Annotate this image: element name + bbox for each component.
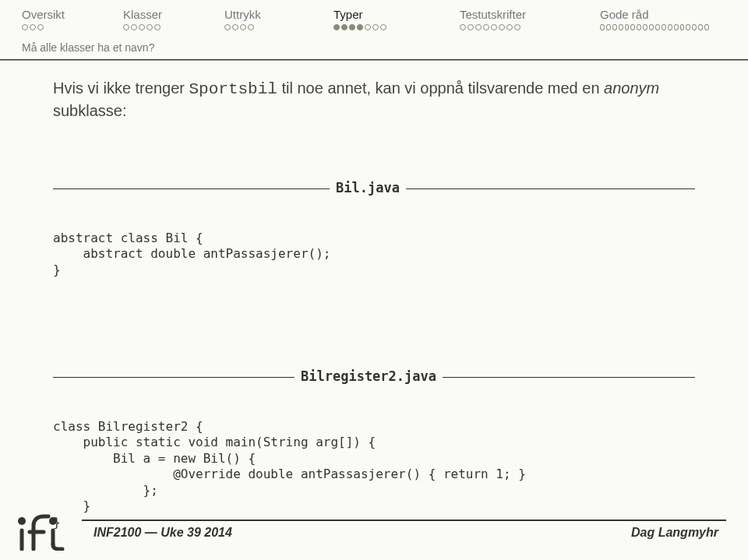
intro-mono: Sportsbil xyxy=(189,80,277,98)
top-nav: OversiktKlasserUttrykkTyperTestutskrifte… xyxy=(0,0,748,30)
intro-part-1: Hvis vi ikke trenger xyxy=(53,79,189,97)
progress-dot xyxy=(606,24,611,30)
nav-item-test[interactable]: Testutskrifter xyxy=(460,8,592,30)
progress-dot xyxy=(637,24,641,30)
footer-right: Dag Langmyhr xyxy=(631,526,718,540)
ifi-logo-icon xyxy=(14,513,75,551)
code-title-row: Bil.java xyxy=(53,180,695,197)
progress-dot xyxy=(30,24,36,30)
progress-dot xyxy=(619,24,623,30)
progress-dot xyxy=(491,24,497,30)
progress-dot xyxy=(22,24,28,30)
footer-text: INF2100 — Uke 39 2014 Dag Langmyhr xyxy=(94,526,718,540)
nav-progress-dots xyxy=(224,24,326,30)
code-block-bil: Bil.java abstract class Bil { abstract d… xyxy=(53,148,695,310)
nav-label: Klasser xyxy=(123,8,217,21)
nav-label: Typer xyxy=(333,8,452,21)
progress-dot xyxy=(131,24,137,30)
progress-dot xyxy=(341,24,348,30)
footer-left: INF2100 — Uke 39 2014 xyxy=(94,526,232,540)
nav-progress-dots xyxy=(123,24,217,30)
progress-dot xyxy=(692,24,697,30)
frame-subtitle: Må alle klasser ha et navn? xyxy=(0,30,748,58)
nav-label: Testutskrifter xyxy=(460,8,592,21)
intro-part-2: til noe annet, kan vi oppnå tilsvarende … xyxy=(277,79,604,97)
nav-progress-dots xyxy=(460,24,592,30)
progress-dot xyxy=(37,24,44,30)
progress-dot xyxy=(600,24,605,30)
progress-dot xyxy=(146,24,153,30)
progress-dot xyxy=(240,24,246,30)
progress-dot xyxy=(680,24,685,30)
progress-dot xyxy=(662,24,666,30)
progress-dot xyxy=(625,24,630,30)
code-title-row: Bilregister2.java xyxy=(53,368,695,386)
progress-dot xyxy=(668,24,672,30)
progress-dot xyxy=(460,24,466,30)
progress-dot xyxy=(514,24,520,30)
svg-point-0 xyxy=(18,517,26,525)
progress-dot xyxy=(372,24,379,30)
progress-dot xyxy=(224,24,231,30)
code-filename: Bil.java xyxy=(330,180,406,197)
progress-dot xyxy=(655,24,660,30)
progress-dot xyxy=(365,24,371,30)
nav-item-uttrykk[interactable]: Uttrykk xyxy=(224,8,326,30)
intro-part-3: subklasse: xyxy=(53,102,127,119)
progress-dot xyxy=(232,24,238,30)
progress-dot xyxy=(698,24,703,30)
progress-dot xyxy=(248,24,254,30)
progress-dot xyxy=(475,24,482,30)
code-body: abstract class Bil { abstract double ant… xyxy=(53,229,695,278)
progress-dot xyxy=(139,24,145,30)
rule-left xyxy=(53,188,330,189)
intro-text: Hvis vi ikke trenger Sportsbil til noe a… xyxy=(53,78,695,122)
progress-dot xyxy=(380,24,386,30)
progress-dot xyxy=(333,24,340,30)
nav-label: Uttrykk xyxy=(224,8,326,21)
slide: OversiktKlasserUttrykkTyperTestutskrifte… xyxy=(0,0,748,560)
progress-dot xyxy=(649,24,654,30)
nav-progress-dots xyxy=(600,24,709,30)
code-filename: Bilregister2.java xyxy=(295,368,443,386)
nav-item-oversikt[interactable]: Oversikt xyxy=(22,8,115,30)
progress-dot xyxy=(483,24,489,30)
rule-right xyxy=(406,188,695,189)
progress-dot xyxy=(704,24,709,30)
nav-item-klasser[interactable]: Klasser xyxy=(123,8,217,30)
nav-item-gode[interactable]: Gode råd xyxy=(600,8,709,30)
intro-emph: anonym xyxy=(604,79,659,97)
progress-dot xyxy=(506,24,513,30)
progress-dot xyxy=(499,24,505,30)
progress-dot xyxy=(349,24,355,30)
rule-right xyxy=(443,377,695,378)
nav-progress-dots xyxy=(22,24,115,30)
nav-item-typer[interactable]: Typer xyxy=(333,8,452,30)
progress-dot xyxy=(612,24,617,30)
progress-dot xyxy=(643,24,647,30)
progress-dot xyxy=(674,24,679,30)
progress-dot xyxy=(686,24,690,30)
nav-label: Oversikt xyxy=(22,8,115,21)
footer-rule xyxy=(82,519,726,521)
footer: INF2100 — Uke 39 2014 Dag Langmyhr xyxy=(0,505,748,560)
nav-label: Gode råd xyxy=(600,8,709,21)
progress-dot xyxy=(357,24,363,30)
content: Hvis vi ikke trenger Sportsbil til noe a… xyxy=(0,61,748,560)
rule-left xyxy=(53,377,295,378)
progress-dot xyxy=(468,24,474,30)
progress-dot xyxy=(123,24,129,30)
nav-progress-dots xyxy=(333,24,452,30)
progress-dot xyxy=(154,24,161,30)
svg-point-3 xyxy=(49,517,57,525)
progress-dot xyxy=(630,24,635,30)
